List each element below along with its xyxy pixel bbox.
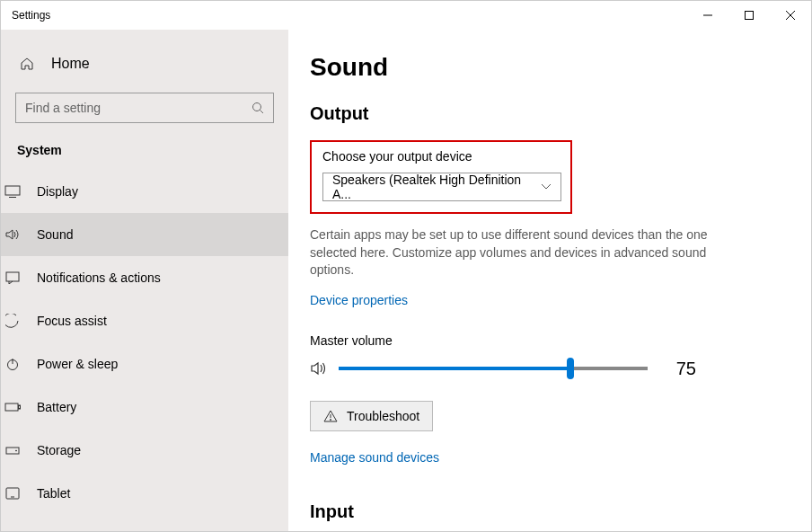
volume-slider[interactable] bbox=[339, 367, 648, 370]
input-heading: Input bbox=[310, 501, 790, 522]
manage-sound-devices-link[interactable]: Manage sound devices bbox=[310, 450, 439, 465]
search-box[interactable] bbox=[15, 93, 274, 123]
storage-icon bbox=[4, 445, 21, 456]
nav-item-power-sleep[interactable]: Power & sleep bbox=[1, 342, 288, 386]
focus-assist-icon bbox=[4, 314, 21, 328]
svg-point-14 bbox=[16, 450, 17, 451]
chevron-down-icon bbox=[541, 183, 552, 191]
nav-label: Display bbox=[37, 184, 78, 199]
search-input[interactable] bbox=[25, 101, 252, 115]
category-label: System bbox=[15, 143, 274, 157]
choose-output-label: Choose your output device bbox=[322, 149, 560, 164]
svg-point-18 bbox=[331, 419, 331, 420]
power-icon bbox=[4, 357, 21, 371]
warning-icon bbox=[323, 410, 338, 422]
window-title: Settings bbox=[12, 9, 50, 22]
search-icon bbox=[252, 102, 264, 114]
output-device-highlight: Choose your output device Speakers (Real… bbox=[310, 140, 572, 214]
nav-item-tablet[interactable]: Tablet bbox=[1, 472, 288, 515]
display-icon bbox=[4, 185, 21, 198]
svg-point-4 bbox=[253, 103, 261, 111]
master-volume-label: Master volume bbox=[310, 333, 790, 348]
home-link[interactable]: Home bbox=[15, 46, 274, 82]
tablet-icon bbox=[4, 487, 21, 500]
page-title: Sound bbox=[310, 53, 790, 82]
nav-item-display[interactable]: Display bbox=[1, 170, 288, 213]
minimize-button[interactable] bbox=[687, 1, 728, 30]
volume-row: 75 bbox=[310, 359, 696, 379]
nav-label: Focus assist bbox=[37, 314, 107, 328]
nav-item-notifications[interactable]: Notifications & actions bbox=[1, 256, 288, 299]
nav-item-focus-assist[interactable]: Focus assist bbox=[1, 299, 288, 342]
output-heading: Output bbox=[310, 103, 790, 124]
main-content: Sound Output Choose your output device S… bbox=[288, 30, 811, 531]
speaker-icon[interactable] bbox=[310, 360, 328, 377]
notifications-icon bbox=[4, 271, 21, 284]
nav-label: Tablet bbox=[37, 486, 70, 501]
svg-rect-1 bbox=[746, 12, 754, 20]
output-device-dropdown[interactable]: Speakers (Realtek High Definition A... bbox=[322, 173, 561, 201]
nav-label: Battery bbox=[37, 400, 76, 414]
nav-label: Notifications & actions bbox=[37, 270, 161, 285]
svg-rect-11 bbox=[5, 403, 18, 411]
volume-value: 75 bbox=[660, 359, 696, 379]
svg-rect-12 bbox=[19, 405, 21, 409]
nav-label: Sound bbox=[37, 227, 73, 242]
maximize-button[interactable] bbox=[728, 1, 770, 30]
nav-item-sound[interactable]: Sound bbox=[1, 213, 288, 256]
nav-item-storage[interactable]: Storage bbox=[1, 429, 288, 472]
slider-thumb[interactable] bbox=[567, 358, 574, 379]
output-device-value: Speakers (Realtek High Definition A... bbox=[332, 173, 541, 201]
nav-list: Display Sound Notifications & actions Fo… bbox=[1, 170, 288, 515]
svg-rect-6 bbox=[5, 186, 20, 195]
troubleshoot-label: Troubleshoot bbox=[347, 409, 419, 423]
nav-label: Storage bbox=[37, 443, 81, 457]
svg-line-5 bbox=[260, 111, 264, 114]
window-controls bbox=[687, 1, 811, 30]
home-icon bbox=[19, 57, 35, 71]
output-description: Certain apps may be set up to use differ… bbox=[310, 226, 732, 279]
battery-icon bbox=[4, 402, 21, 412]
sidebar: Home System Display Sound Notifications … bbox=[1, 30, 288, 531]
home-label: Home bbox=[51, 56, 90, 72]
nav-label: Power & sleep bbox=[37, 357, 118, 371]
sound-icon bbox=[4, 228, 21, 241]
close-button[interactable] bbox=[770, 1, 811, 30]
troubleshoot-button[interactable]: Troubleshoot bbox=[310, 401, 433, 431]
nav-item-battery[interactable]: Battery bbox=[1, 386, 288, 429]
svg-rect-8 bbox=[6, 272, 19, 281]
device-properties-link[interactable]: Device properties bbox=[310, 293, 408, 307]
